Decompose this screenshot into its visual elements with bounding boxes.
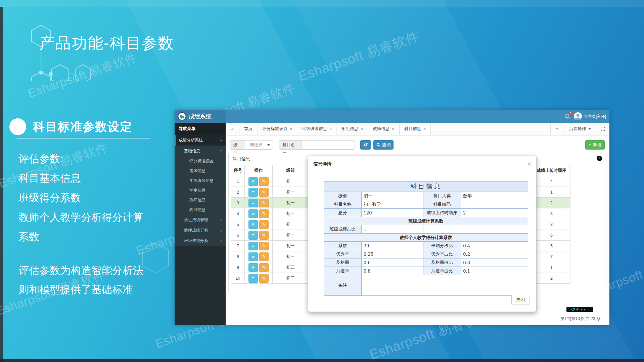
tab[interactable]: 科目信息× xyxy=(399,123,431,135)
tab-close-icon[interactable]: × xyxy=(290,127,292,131)
section-heading: 科目标准参数设定 xyxy=(33,119,132,135)
bullet-dot xyxy=(9,118,26,135)
field-label-cell: 后进率占比 xyxy=(423,267,461,275)
hexagon-decoration xyxy=(140,242,171,274)
tab[interactable]: 教师信息× xyxy=(368,123,399,135)
sidebar-item-label: 科目信息 xyxy=(189,207,205,212)
subject-name-input[interactable] xyxy=(301,140,355,150)
sidebar-item[interactable]: 年级班级信息 xyxy=(175,176,226,186)
field-label-cell: 总分 xyxy=(324,209,362,217)
row-index-cell: 10 xyxy=(231,273,245,284)
watermark: Esharpsoft 易睿软件 xyxy=(296,27,422,86)
chevron-left-icon: ‹ xyxy=(220,236,222,246)
field-label-cell: 科目编码 xyxy=(423,200,461,209)
slide-bottom-edge xyxy=(0,359,644,362)
detail-row: 级部初一科目大类数学 xyxy=(324,192,528,200)
chevron-left-icon: ‹ xyxy=(220,225,222,236)
refresh-button[interactable]: ↺ xyxy=(360,140,371,150)
text-line: 教师个人教学分析得分计算 xyxy=(18,208,143,227)
sidebar-item-label: 教师成绩分析 xyxy=(184,228,208,233)
edit-button[interactable]: ✎ xyxy=(259,199,269,207)
sidebar-item-label: 评分标准设置 xyxy=(189,159,214,163)
modal-body: 科目信息 级部初一科目大类数学科目名称初一数学科目编码总分120成绩上传时顺序2… xyxy=(308,172,536,296)
tab-operations-dropdown[interactable]: 页签操作 xyxy=(564,123,596,135)
row-actions-cell: ≡✎ xyxy=(245,176,273,187)
view-details-button[interactable]: ≡ xyxy=(248,263,258,272)
panel-collapse-button[interactable]: ↑ xyxy=(597,156,602,161)
sidebar-item[interactable]: 成绩分析系统‹ xyxy=(175,135,226,146)
edit-button[interactable]: ✎ xyxy=(259,252,269,261)
slide: Esharpsoft 易睿软件 Esharpsoft 易睿软件 Esharpso… xyxy=(0,0,644,362)
tab-close-icon[interactable]: × xyxy=(392,127,394,131)
tab[interactable]: 评分标准设置× xyxy=(258,123,297,135)
view-details-button[interactable]: ≡ xyxy=(248,274,258,283)
field-label-cell: 优秀率 xyxy=(324,250,362,258)
close-button[interactable]: 关闭 xyxy=(511,295,530,305)
grade-cell: 初一 xyxy=(273,198,309,208)
sidebar-item[interactable]: 班级成绩分析‹ xyxy=(175,236,226,246)
sidebar-item[interactable]: 评分标准设置 xyxy=(175,156,226,166)
view-details-button[interactable]: ≡ xyxy=(248,231,258,240)
view-details-button[interactable]: ≡ xyxy=(248,209,258,218)
view-details-button[interactable]: ≡ xyxy=(248,220,258,229)
tab[interactable]: 年级班级信息× xyxy=(297,123,337,135)
upload-order-cell: 1 xyxy=(533,187,570,198)
edit-button[interactable]: ✎ xyxy=(259,231,269,240)
sidebar: 导航菜单 成绩分析系统‹基础信息‹评分标准设置考试信息年级班级信息学生信息教师信… xyxy=(175,123,226,325)
edit-button[interactable]: ✎ xyxy=(259,188,269,197)
view-details-button[interactable]: ≡ xyxy=(248,188,258,197)
intro-text: 评估参数:科目基本信息班级得分系数教师个人教学分析得分计算系数 xyxy=(18,149,143,247)
view-details-button[interactable]: ≡ xyxy=(248,177,258,186)
tab[interactable]: 首页 xyxy=(239,123,258,135)
sidebar-item[interactable]: 教师信息 xyxy=(175,195,226,205)
row-actions-cell: ≡✎ xyxy=(245,198,273,208)
field-value-cell xyxy=(461,225,528,234)
field-label-cell: 及格率 xyxy=(324,258,362,267)
user-menu[interactable]: 管理员[主任] xyxy=(584,110,606,123)
view-details-button[interactable]: ≡ xyxy=(248,199,258,207)
sidebar-item[interactable]: 教师成绩分析‹ xyxy=(175,225,226,236)
row-actions-cell: ≡✎ xyxy=(245,251,273,262)
field-label-cell: 班级成绩占比 xyxy=(324,225,362,234)
column-header: 操作 xyxy=(245,165,273,176)
edit-button[interactable]: ✎ xyxy=(259,209,269,218)
search-button[interactable]: 查询 xyxy=(373,140,394,150)
modal-close-icon[interactable]: × xyxy=(527,161,531,167)
grade-select[interactable]: --请选择-- xyxy=(244,140,273,150)
grade-filter-label: 级部 xyxy=(230,140,244,150)
sidebar-item[interactable]: 考试信息 xyxy=(175,166,226,176)
brand[interactable]: 成绩系统 xyxy=(175,110,226,123)
upload-order-cell: 2 xyxy=(533,273,570,284)
upload-order-cell: 1 xyxy=(533,262,570,273)
view-details-button[interactable]: ≡ xyxy=(248,242,258,250)
fullscreen-button[interactable] xyxy=(596,123,609,135)
add-button[interactable]: + 新增 xyxy=(585,140,605,150)
edit-button[interactable]: ✎ xyxy=(259,242,269,250)
footer-logo: 中 ♥ ● ○ xyxy=(566,307,593,312)
detail-table-title: 科目信息 xyxy=(324,182,528,192)
grade-select-value: --请选择-- xyxy=(247,142,265,148)
notifications-button[interactable]: 0 xyxy=(565,113,570,120)
edit-button[interactable]: ✎ xyxy=(259,274,269,283)
tab-operations-label: 页签操作 xyxy=(569,126,586,132)
tabs-scroll-right-button[interactable]: » xyxy=(550,123,564,135)
text-line: 则和模型提供了基础标准 xyxy=(18,280,143,299)
sidebar-item[interactable]: 科目信息 xyxy=(175,205,226,215)
sidebar-item[interactable]: 学生成绩管理‹ xyxy=(175,215,226,225)
edit-button[interactable]: ✎ xyxy=(259,177,269,186)
avatar[interactable] xyxy=(574,112,582,120)
sidebar-item[interactable]: 学生信息 xyxy=(175,186,226,195)
tab-close-icon[interactable]: × xyxy=(329,127,332,131)
edit-button[interactable]: ✎ xyxy=(259,220,269,229)
tab-label: 首页 xyxy=(244,126,252,132)
row-index-cell: 2 xyxy=(231,187,245,198)
view-details-button[interactable]: ≡ xyxy=(248,252,258,261)
tab-close-icon[interactable]: × xyxy=(361,127,363,131)
tabs-scroll-left-button[interactable]: « xyxy=(226,123,239,135)
sidebar-item[interactable]: 基础信息‹ xyxy=(175,146,226,156)
subject-name-label: 科目名称 xyxy=(279,140,301,150)
tab[interactable]: 学生信息× xyxy=(337,123,368,135)
column-header: 成绩上传时顺序 xyxy=(533,165,570,176)
tab-close-icon[interactable]: × xyxy=(423,127,426,131)
edit-button[interactable]: ✎ xyxy=(259,263,269,272)
